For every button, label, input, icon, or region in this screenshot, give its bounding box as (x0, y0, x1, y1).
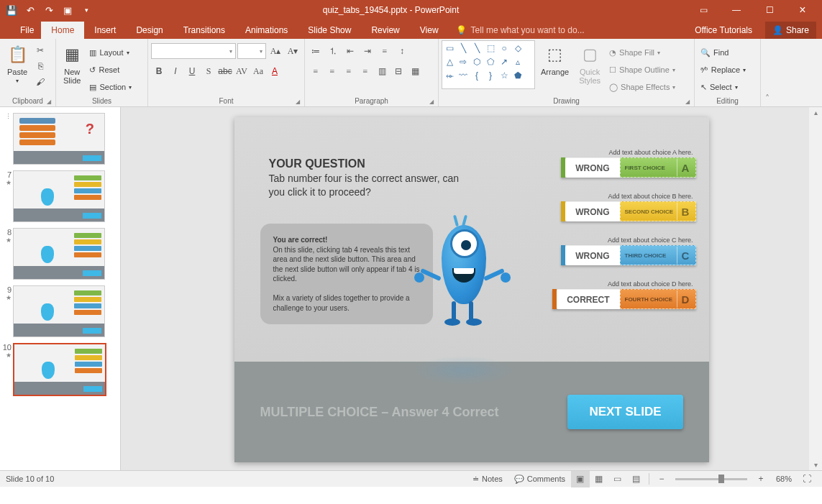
font-size-combo[interactable]: ▾ (237, 43, 266, 59)
tab-review[interactable]: Review (361, 22, 409, 39)
new-slide-button[interactable]: ▦New Slide (59, 40, 85, 91)
slide-editor[interactable]: YOUR QUESTION Tab number four is the cor… (121, 107, 822, 470)
tab-home[interactable]: Home (41, 22, 84, 39)
vertical-scrollbar[interactable]: ▴▾ (809, 107, 822, 470)
justify-button[interactable]: ≡ (357, 63, 373, 79)
slide-thumbnails-panel[interactable]: ⋮?7★8★9★10★ (0, 107, 121, 470)
tab-insert[interactable]: Insert (84, 22, 126, 39)
bold-button[interactable]: B (151, 63, 167, 79)
shadow-button[interactable]: S (201, 63, 216, 79)
choice-b[interactable]: Add text about choice B here.WRONGSECOND… (561, 193, 695, 223)
choice-hint[interactable]: Add text about choice C here. (608, 237, 693, 244)
text-direction-button[interactable]: ↕ (394, 43, 410, 59)
select-button[interactable]: ↖Select▾ (698, 79, 749, 95)
tab-design[interactable]: Design (126, 22, 173, 39)
reading-view-icon[interactable]: ▭ (608, 471, 627, 487)
fit-window-icon[interactable]: ⛶ (798, 471, 816, 487)
question-title[interactable]: YOUR QUESTION (269, 157, 365, 170)
thumbnail-9[interactable]: 9★ (0, 283, 120, 340)
line-spacing-button[interactable]: ≡ (377, 43, 393, 59)
layout-button[interactable]: ▥Layout▾ (86, 45, 134, 60)
question-text[interactable]: Tab number four is the correct answer, c… (269, 172, 470, 199)
choice-tab[interactable]: FIRST CHOICEA (620, 157, 696, 178)
dialog-launcher-icon[interactable]: ◢ (47, 98, 51, 105)
cut-icon[interactable]: ✂ (33, 43, 47, 58)
next-slide-button[interactable]: NEXT SLIDE (567, 395, 682, 429)
redo-icon[interactable]: ↷ (40, 1, 58, 19)
section-button[interactable]: ▤Section▾ (86, 79, 134, 95)
save-icon[interactable]: 💾 (3, 1, 20, 19)
align-center-button[interactable]: ≡ (324, 63, 340, 79)
copy-icon[interactable]: ⎘ (33, 59, 47, 73)
collapse-ribbon-icon[interactable]: ˄ (761, 39, 774, 106)
thumbnail-7[interactable]: 7★ (0, 168, 120, 225)
slide-canvas[interactable]: YOUR QUESTION Tab number four is the cor… (234, 117, 709, 462)
dialog-launcher-icon[interactable]: ◢ (296, 98, 300, 105)
shapes-gallery[interactable]: ▭╲╲⬚○◇ △⇨⬡⬠↗▵ ⬰〰{}☆⬟ (442, 40, 535, 89)
tab-animations[interactable]: Animations (235, 22, 298, 39)
zoom-level[interactable]: 68% (770, 471, 798, 487)
thumbnail-8[interactable]: 8★ (0, 225, 120, 283)
zoom-slider[interactable] (675, 478, 747, 480)
slide-counter[interactable]: Slide 10 of 10 (6, 475, 467, 483)
quick-styles-button[interactable]: ▢Quick Styles (575, 40, 605, 91)
info-box[interactable]: You are correct! On this slide, clicking… (260, 224, 433, 324)
choice-hint[interactable]: Add text about choice B here. (608, 193, 693, 200)
zoom-in-icon[interactable]: + (752, 471, 770, 487)
dialog-launcher-icon[interactable]: ◢ (429, 98, 434, 105)
align-text-button[interactable]: ⊟ (391, 63, 406, 79)
character-graphic[interactable] (413, 201, 513, 359)
shape-effects-button[interactable]: ◯Shape Effects▾ (606, 79, 678, 95)
numbering-button[interactable]: ⒈ (325, 43, 341, 59)
replace-button[interactable]: ᵃ⁄ᵇReplace▾ (698, 62, 749, 78)
normal-view-icon[interactable]: ▣ (571, 471, 590, 487)
minimize-icon[interactable]: — (720, 0, 753, 20)
shape-fill-button[interactable]: ◔Shape Fill▾ (606, 45, 678, 60)
increase-font-icon[interactable]: A▴ (268, 43, 283, 59)
font-color-button[interactable]: A (267, 63, 283, 79)
share-button[interactable]: 👤Share (765, 22, 816, 39)
zoom-out-icon[interactable]: − (652, 471, 671, 487)
choice-a[interactable]: Add text about choice A here.WRONGFIRST … (561, 149, 695, 179)
decrease-indent-button[interactable]: ⇤ (342, 43, 358, 59)
spacing-button[interactable]: AV (234, 63, 250, 79)
align-right-button[interactable]: ≡ (341, 63, 357, 79)
ribbon-options-icon[interactable]: ▭ (687, 0, 720, 20)
multiple-choice-label[interactable]: MULTIPLE CHOICE – Answer 4 Correct (260, 405, 499, 420)
strike-button[interactable]: abc (217, 63, 233, 79)
increase-indent-button[interactable]: ⇥ (360, 43, 375, 59)
paste-button[interactable]: 📋Paste▾ (3, 40, 32, 91)
decrease-font-icon[interactable]: A▾ (285, 43, 301, 59)
close-icon[interactable]: × (786, 0, 819, 20)
case-button[interactable]: Aa (250, 63, 266, 79)
thumbnail-10[interactable]: 10★ (0, 340, 120, 399)
choice-d[interactable]: Add text about choice D here.CORRECTFOUR… (552, 280, 695, 311)
format-painter-icon[interactable]: 🖌 (33, 75, 47, 89)
choice-c[interactable]: Add text about choice C here.WRONGTHIRD … (561, 237, 695, 267)
font-family-combo[interactable]: ▾ (151, 43, 236, 59)
choice-tab[interactable]: SECOND CHOICEB (620, 201, 696, 221)
choice-tab[interactable]: THIRD CHOICEC (620, 245, 696, 265)
tab-view[interactable]: View (410, 22, 449, 39)
scroll-up-icon[interactable]: ▴ (814, 109, 818, 116)
italic-button[interactable]: I (168, 63, 183, 79)
tell-me-search[interactable]: 💡Tell me what you want to do... (449, 22, 592, 39)
align-left-button[interactable]: ≡ (308, 63, 324, 79)
undo-icon[interactable]: ↶ (22, 1, 39, 19)
qat-customize-icon[interactable]: ▾ (78, 1, 95, 19)
shape-outline-button[interactable]: ☐Shape Outline▾ (606, 62, 678, 78)
choice-hint[interactable]: Add text about choice A here. (608, 149, 693, 156)
file-tab[interactable]: File (13, 22, 41, 39)
comments-button[interactable]: 💬Comments (508, 471, 571, 487)
thumbnail-top[interactable]: ⋮? (0, 110, 120, 168)
choice-tab[interactable]: FOURTH CHOICED (620, 289, 696, 309)
reset-button[interactable]: ↺Reset (86, 62, 134, 78)
scroll-down-icon[interactable]: ▾ (814, 461, 818, 469)
maximize-icon[interactable]: ☐ (753, 0, 786, 20)
tab-slide-show[interactable]: Slide Show (298, 22, 361, 39)
tab-transitions[interactable]: Transitions (173, 22, 235, 39)
find-button[interactable]: 🔍Find (698, 45, 749, 60)
arrange-button[interactable]: ⬚Arrange (536, 40, 573, 91)
sorter-view-icon[interactable]: ▦ (590, 471, 608, 487)
office-tutorials-link[interactable]: Office Tutorials (685, 22, 762, 39)
